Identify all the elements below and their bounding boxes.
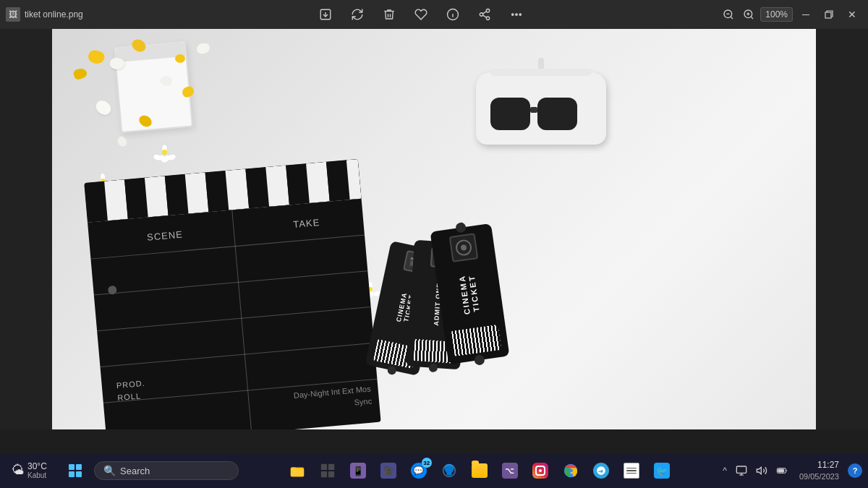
zoom-out-icon[interactable] [720,6,737,23]
left-panel [0,29,52,429]
svg-rect-23 [328,464,334,470]
taskbar-app-chrome[interactable] [556,456,585,485]
taskbar-search[interactable]: 🔍 Search [94,461,239,480]
svg-rect-25 [328,471,334,477]
weather-widget[interactable]: 🌤 30°C Kabut [6,458,56,483]
taskbar-app-instagram[interactable] [526,456,555,485]
weather-text: 30°C Kabut [27,461,47,480]
maximize-button[interactable] [819,4,839,25]
svg-point-6 [480,13,483,17]
tray-expand[interactable]: ^ [720,464,730,477]
close-button[interactable]: ✕ [842,4,862,25]
vr-lens-right [537,98,577,130]
search-icon: 🔍 [103,465,116,476]
info-icon[interactable] [443,5,462,24]
rotate-icon[interactable] [348,5,367,24]
title-bar: 🖼 tiket online.png [0,0,868,29]
taskbar-app-file-explorer[interactable] [283,456,312,485]
volume-icon[interactable] [753,462,770,479]
taskbar-app-task-view[interactable] [313,456,342,485]
ticket-notch-bot-3 [473,354,485,366]
svg-rect-20 [825,12,831,18]
flower-1 [157,145,173,160]
zoom-level[interactable]: 100% [760,7,793,22]
svg-line-17 [751,17,753,19]
image-viewer: TAKE SCENE PROD. ROLL Day-Night Int Ext … [52,29,816,429]
taskbar-app-notepad[interactable] [617,456,646,485]
taskbar: 🌤 30°C Kabut 🔍 Search [0,453,868,488]
ticket-barcode-3 [451,325,501,356]
svg-marker-32 [757,467,761,474]
taskbar-app-folder[interactable] [465,456,494,485]
prod-roll-label: PROD. ROLL [116,377,147,403]
temperature: 30°C [27,461,47,471]
svg-line-14 [731,17,733,19]
more-icon[interactable] [507,5,526,24]
taskbar-app-git[interactable]: ⌥ [495,456,524,485]
minimize-button[interactable]: ─ [796,4,816,25]
start-button[interactable] [62,458,88,484]
share-icon[interactable] [475,5,494,24]
delete-icon[interactable] [380,5,399,24]
take-label: TAKE [293,217,320,230]
cinema-image: TAKE SCENE PROD. ROLL Day-Night Int Ext … [52,29,816,429]
svg-line-8 [482,15,486,17]
svg-point-7 [486,17,490,20]
right-panel [816,29,868,429]
favorite-icon[interactable] [412,5,430,24]
cinema-tickets: 🎬 CINEMA TICKET 🎞 ADMIT ONE [378,227,508,372]
messenger-badge: 32 [422,458,432,468]
zoom-in-icon[interactable] [740,6,757,23]
clapperboard: TAKE SCENE PROD. ROLL Day-Night Int Ext … [84,156,411,429]
taskbar-app-phone[interactable]: 📱 [344,456,373,485]
image-canvas: TAKE SCENE PROD. ROLL Day-Night Int Ext … [52,29,816,429]
network-icon[interactable] [733,462,750,479]
taskbar-app-teams[interactable]: 🎥 [374,456,403,485]
taskbar-app-messenger[interactable]: 💬 32 [404,456,433,485]
taskbar-app-bird[interactable]: 🐦 [647,456,676,485]
vr-body [476,72,606,145]
taskbar-app-telegram[interactable] [587,456,616,485]
vr-headset [469,58,613,174]
taskbar-apps: 📱 🎥 💬 32 ⌥ [242,456,717,485]
vr-lens-left [490,98,530,130]
ticket-notch-bot-2 [428,363,438,372]
window-title: tiket online.png [25,9,83,20]
clapper-main: TAKE SCENE PROD. ROLL Day-Night Int Ext … [88,199,381,429]
title-bar-left: 🖼 tiket online.png [6,7,122,22]
export-icon[interactable] [316,5,335,24]
svg-rect-29 [736,466,746,473]
battery-icon[interactable] [773,462,791,479]
svg-point-5 [486,9,490,13]
svg-point-11 [516,14,517,15]
clock[interactable]: 11:27 09/05/2023 [793,459,845,482]
svg-rect-24 [320,471,326,477]
clock-date: 09/05/2023 [799,471,839,482]
ticket-cinema-text: CINEMATICKET [458,273,482,316]
svg-point-12 [519,14,521,15]
svg-point-28 [569,468,573,473]
weather-icon: 🌤 [12,463,25,478]
svg-point-10 [511,14,513,15]
svg-rect-35 [778,469,784,472]
svg-line-9 [482,12,486,14]
windows-logo [69,464,82,477]
condition: Kabut [27,471,47,480]
app-icon: 🖼 [6,7,20,22]
title-bar-right: 100% ─ ✕ [720,4,862,25]
system-tray: ^ 11:27 09/05/2023 [720,459,862,482]
svg-rect-22 [320,464,326,470]
toolbar [122,5,720,24]
search-label: Search [120,466,150,476]
notification-button[interactable]: ? [848,463,862,478]
clock-time: 11:27 [799,459,839,471]
taskbar-app-edge[interactable] [435,456,464,485]
ticket-film-frame [448,233,478,262]
